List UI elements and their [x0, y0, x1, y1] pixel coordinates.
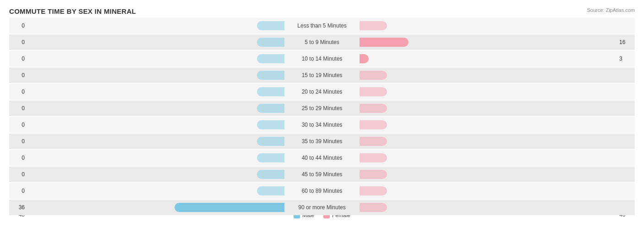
bar-left-area	[27, 84, 285, 100]
table-row: 0 45 to 59 Minutes	[9, 167, 635, 182]
bar-male	[257, 170, 284, 179]
bar-female	[360, 21, 387, 30]
bar-male	[257, 120, 284, 129]
bar-right-area	[359, 117, 617, 133]
bar-section: Less than 5 Minutes	[27, 18, 617, 33]
bar-section: 60 to 89 Minutes	[27, 183, 617, 199]
row-label: Less than 5 Minutes	[285, 22, 359, 29]
bar-male	[257, 87, 284, 96]
bar-section: 10 to 14 Minutes	[27, 51, 617, 67]
bar-right-area	[359, 67, 617, 83]
bar-female	[360, 153, 387, 162]
bar-right-area	[359, 84, 617, 100]
bar-female	[360, 71, 387, 80]
left-value: 0	[9, 188, 27, 194]
left-value: 0	[9, 105, 27, 112]
chart-area: 0 Less than 5 Minutes 0 5 to 9 Minutes	[9, 18, 635, 209]
bar-left-area	[27, 51, 285, 67]
bar-female	[360, 170, 387, 179]
bar-left-area	[27, 18, 285, 33]
bar-right-area	[359, 51, 617, 67]
table-row: 0 15 to 19 Minutes	[9, 67, 635, 83]
table-row: 0 5 to 9 Minutes 16	[9, 34, 635, 50]
left-value: 0	[9, 22, 27, 29]
row-label: 20 to 24 Minutes	[285, 89, 359, 95]
bar-right-area	[359, 183, 617, 199]
bar-left-area	[27, 67, 285, 83]
left-value: 36	[9, 204, 27, 211]
right-value: 3	[617, 56, 635, 62]
bar-female	[360, 87, 387, 96]
row-label: 30 to 34 Minutes	[285, 122, 359, 128]
table-row: 36 90 or more Minutes	[9, 200, 635, 215]
bar-male	[257, 137, 284, 146]
left-value: 0	[9, 39, 27, 45]
bar-right-area	[359, 34, 617, 50]
table-row: 0 20 to 24 Minutes	[9, 84, 635, 100]
bar-female	[360, 38, 409, 47]
bar-male	[175, 203, 284, 212]
bar-right-area	[359, 134, 617, 149]
left-value: 0	[9, 171, 27, 178]
bar-male	[257, 153, 284, 162]
chart-container: COMMUTE TIME BY SEX IN MINERAL Source: Z…	[0, 0, 644, 240]
bar-female	[360, 104, 387, 113]
row-label: 40 to 44 Minutes	[285, 155, 359, 161]
bar-female	[360, 54, 369, 63]
left-value: 0	[9, 155, 27, 161]
row-label: 15 to 19 Minutes	[285, 72, 359, 78]
table-row: 0 60 to 89 Minutes	[9, 183, 635, 199]
row-label: 5 to 9 Minutes	[285, 39, 359, 45]
bar-section: 90 or more Minutes	[27, 200, 617, 215]
row-label: 60 to 89 Minutes	[285, 188, 359, 194]
bar-male	[257, 38, 284, 47]
bar-right-area	[359, 150, 617, 166]
bar-right-area	[359, 167, 617, 182]
bar-left-area	[27, 200, 285, 215]
table-row: 0 30 to 34 Minutes	[9, 117, 635, 133]
row-label: 25 to 29 Minutes	[285, 105, 359, 112]
left-value: 0	[9, 138, 27, 145]
left-value: 0	[9, 72, 27, 78]
source-text: Source: ZipAtlas.com	[587, 7, 635, 13]
bar-section: 5 to 9 Minutes	[27, 34, 617, 50]
bar-section: 35 to 39 Minutes	[27, 134, 617, 149]
bar-female	[360, 120, 387, 129]
table-row: 0 40 to 44 Minutes	[9, 150, 635, 166]
bar-left-area	[27, 183, 285, 199]
table-row: 0 Less than 5 Minutes	[9, 18, 635, 33]
left-value: 0	[9, 122, 27, 128]
bar-male	[257, 21, 284, 30]
bar-left-area	[27, 167, 285, 182]
bar-left-area	[27, 34, 285, 50]
bar-left-area	[27, 117, 285, 133]
chart-title: COMMUTE TIME BY SEX IN MINERAL	[9, 7, 635, 15]
row-label: 45 to 59 Minutes	[285, 171, 359, 178]
row-label: 10 to 14 Minutes	[285, 56, 359, 62]
bar-section: 40 to 44 Minutes	[27, 150, 617, 166]
bar-male	[257, 71, 284, 80]
bar-female	[360, 203, 387, 212]
table-row: 0 25 to 29 Minutes	[9, 100, 635, 116]
left-value: 0	[9, 89, 27, 95]
bar-left-area	[27, 100, 285, 116]
bar-section: 25 to 29 Minutes	[27, 100, 617, 116]
bar-section: 20 to 24 Minutes	[27, 84, 617, 100]
bar-section: 30 to 34 Minutes	[27, 117, 617, 133]
bar-female	[360, 137, 387, 146]
bar-section: 15 to 19 Minutes	[27, 67, 617, 83]
left-value: 0	[9, 56, 27, 62]
bar-male	[257, 54, 284, 63]
bar-female	[360, 186, 387, 195]
bar-left-area	[27, 134, 285, 149]
bar-male	[257, 104, 284, 113]
row-label: 90 or more Minutes	[285, 204, 359, 211]
bar-left-area	[27, 150, 285, 166]
bar-right-area	[359, 18, 617, 33]
bar-male	[257, 186, 284, 195]
right-value: 16	[617, 39, 635, 45]
table-row: 0 35 to 39 Minutes	[9, 134, 635, 149]
bar-section: 45 to 59 Minutes	[27, 167, 617, 182]
bar-right-area	[359, 200, 617, 215]
bar-right-area	[359, 100, 617, 116]
